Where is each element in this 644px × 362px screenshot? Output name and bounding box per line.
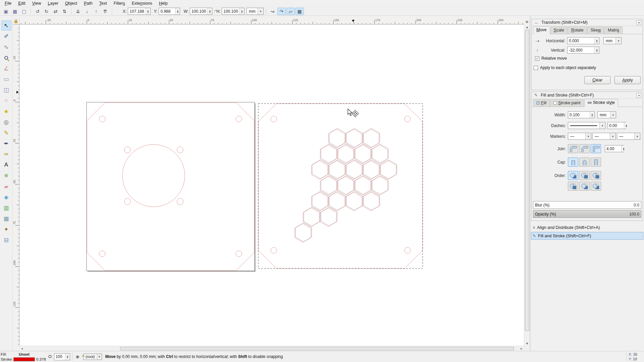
rotate-cw-icon[interactable]: ↻ <box>42 8 51 15</box>
tool-spiral[interactable]: ◎ <box>1 117 11 127</box>
lower-to-bottom-icon[interactable]: ⇊ <box>74 8 82 15</box>
dock-row-align-distribute[interactable]: ≡Align and Distribute (Shift+Ctrl+A) <box>531 224 643 231</box>
layer-visibility-icon[interactable]: ◉ <box>76 354 79 359</box>
menu-path[interactable]: Path <box>80 0 96 6</box>
cap-round-button[interactable] <box>579 158 590 167</box>
order-markers-fill-stroke-button[interactable] <box>579 182 590 191</box>
units-dropdown[interactable]: mm▾ <box>247 8 264 15</box>
tool-gradient[interactable]: ▥ <box>1 203 11 213</box>
transform-tab-scale[interactable]: Scale <box>550 26 568 34</box>
lower-one-step-icon[interactable]: ↓ <box>83 8 91 15</box>
miter-limit-field[interactable]: 4.00▲▼ <box>605 145 624 152</box>
tool-connector[interactable]: ⊟ <box>1 235 11 245</box>
dash-pattern-dropdown[interactable]: ▾ <box>568 122 605 129</box>
transform-tab-matrix[interactable]: Matrix <box>604 26 623 34</box>
horizontal-ruler[interactable]: -250255075100125150175200225250 <box>19 18 524 24</box>
h-field[interactable]: 100.100▲▼ <box>222 8 244 15</box>
menu-layer[interactable]: Layer <box>45 0 62 6</box>
vertical-scroll-thumb[interactable] <box>525 30 529 331</box>
clear-button[interactable]: Clear <box>584 76 610 84</box>
x-field[interactable]: 107.188▲▼ <box>128 8 150 15</box>
move-patterns-toggle[interactable]: ▦ <box>296 8 304 15</box>
y-field[interactable]: 0.988▲▼ <box>159 8 180 15</box>
apply-each-checkbox[interactable]: Apply to each object separately <box>534 65 596 70</box>
fillstroke-tab-stroke-paint[interactable]: Stroke paint <box>550 99 584 107</box>
horizontal-scrollbar[interactable]: ◂ ▸ <box>19 346 524 351</box>
tool-spray[interactable]: ✵ <box>1 171 11 181</box>
tool-paint-bucket[interactable]: ◈ <box>1 192 11 202</box>
vertical-field[interactable]: -32.000▲▼ <box>567 47 599 54</box>
tool-calligraphy[interactable]: ✑ <box>1 149 11 159</box>
move-gradients-toggle[interactable]: ▱ <box>286 8 295 15</box>
scroll-up-icon[interactable]: ▲ <box>524 24 530 29</box>
menu-file[interactable]: File <box>1 0 15 6</box>
fillstroke-tab-fill[interactable]: Fill <box>533 99 550 107</box>
tool-rectangle[interactable]: ▭ <box>1 74 11 84</box>
fillstroke-tab-stroke-style[interactable]: Stroke style <box>584 99 618 107</box>
menu-filters[interactable]: Filters <box>110 0 128 6</box>
width-spinner[interactable]: ▲▼ <box>590 112 594 118</box>
select-all-layers-icon[interactable]: ▩ <box>11 8 19 15</box>
collapse-panel-icon[interactable]: ◂ <box>636 93 641 98</box>
relative-move-checkbox[interactable]: ✓Relative move <box>535 56 567 61</box>
transform-units-dropdown[interactable]: mm▾ <box>603 37 622 44</box>
rotate-ccw-icon[interactable]: ↺ <box>33 8 42 15</box>
miter-limit-spinner[interactable]: ▲▼ <box>621 145 626 152</box>
blur-slider[interactable]: Blur (%) 0.0 <box>533 201 641 209</box>
layer-dropdown[interactable]: (root)▾ <box>83 354 102 360</box>
raise-to-top-icon[interactable]: ⇈ <box>101 8 109 15</box>
transform-tab-move[interactable]: Move <box>533 26 550 34</box>
tool-text[interactable]: A <box>1 160 11 170</box>
horizontal-field[interactable]: 0.000▲▼ <box>567 37 599 44</box>
tool-dropper[interactable]: ✦ <box>1 224 11 234</box>
scale-stroke-toggle[interactable]: ↝ <box>268 8 277 15</box>
width-units-dropdown[interactable]: mm▾ <box>597 111 616 118</box>
canvas-viewport[interactable] <box>19 24 524 346</box>
fill-value[interactable]: Unset <box>13 352 35 356</box>
object-opacity-field[interactable]: 100▲▼ <box>54 353 70 360</box>
vertical-ruler[interactable]: -250255075100125 <box>13 24 19 346</box>
join-miter-button[interactable] <box>591 144 601 153</box>
vertical-spinner[interactable]: ▲▼ <box>594 47 599 53</box>
menu-extensions[interactable]: Extensions <box>128 0 156 6</box>
opacity-spinner[interactable]: ▲▼ <box>65 354 70 360</box>
marker-dropdown-3[interactable]: —▾ <box>617 133 640 140</box>
horizontal-spinner[interactable]: ▲▼ <box>594 38 599 44</box>
drawing-canvas[interactable] <box>19 24 524 346</box>
x-spinner[interactable]: ▲▼ <box>146 8 150 14</box>
tool-measure[interactable]: ∠ <box>1 63 11 73</box>
cap-square-button[interactable] <box>591 158 601 167</box>
order-markers-stroke-fill-button[interactable] <box>591 182 601 191</box>
opacity-slider[interactable]: Opacity (%) 100.0 <box>533 210 641 218</box>
tool-mesh-gradient[interactable]: ▦ <box>1 214 11 224</box>
stroke-width-field[interactable]: 0.100▲▼ <box>568 111 595 118</box>
tool-zoom[interactable] <box>1 53 11 63</box>
w-spinner[interactable]: ▲▼ <box>207 8 212 14</box>
join-round-button[interactable] <box>568 144 578 153</box>
tool-pencil[interactable]: ✎ <box>1 128 11 138</box>
menu-help[interactable]: Help <box>156 0 171 6</box>
tool-selector[interactable]: ↖ <box>1 20 11 31</box>
order-fill-markers-stroke-button[interactable] <box>579 171 590 180</box>
order-stroke-fill-markers-button[interactable] <box>591 171 601 180</box>
tool-ellipse[interactable]: ○ <box>1 96 11 106</box>
marker-dropdown-1[interactable]: —▾ <box>568 133 591 140</box>
canvas-corner-icon[interactable]: ◉ <box>524 18 530 24</box>
fan-plate-right-hex[interactable] <box>258 104 423 268</box>
tool-tweak[interactable]: ∿ <box>1 42 11 52</box>
select-all-icon[interactable]: ▣ <box>2 8 10 15</box>
deselect-icon[interactable]: ▢ <box>20 8 28 15</box>
transform-tab-rotate[interactable]: Rotate <box>568 26 587 34</box>
transform-tab-skew[interactable]: Skew <box>587 26 604 34</box>
cap-butt-button[interactable] <box>568 158 578 167</box>
order-fill-stroke-markers-button[interactable] <box>568 171 578 180</box>
raise-one-step-icon[interactable]: ↑ <box>92 8 100 15</box>
dock-row-fill-stroke[interactable]: ✎Fill and Stroke (Shift+Ctrl+F) <box>531 232 643 240</box>
h-spinner[interactable]: ▲▼ <box>239 8 244 14</box>
flip-horizontal-icon[interactable]: ⇄ <box>51 8 60 15</box>
tool-star[interactable]: ★ <box>1 106 11 116</box>
vertical-scrollbar[interactable]: ▲ ▼ <box>524 24 530 346</box>
ruler-lock-icon[interactable] <box>13 18 19 24</box>
order-stroke-markers-fill-button[interactable] <box>568 182 578 191</box>
tool-bezier-pen[interactable]: ✒ <box>1 138 11 148</box>
